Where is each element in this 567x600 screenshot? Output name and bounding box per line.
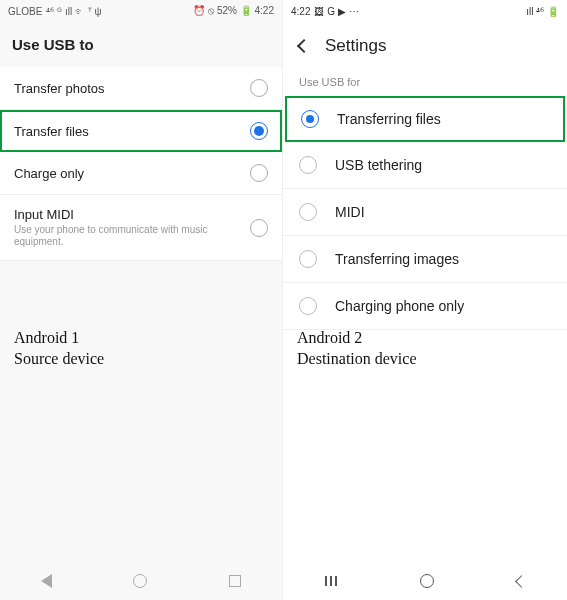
caption-line2: Destination device — [297, 349, 417, 370]
radio-icon-selected — [301, 110, 319, 128]
nav-back-icon[interactable] — [515, 575, 528, 588]
back-icon[interactable] — [297, 39, 311, 53]
sub-header: Use USB for — [283, 70, 567, 96]
radio-icon — [299, 297, 317, 315]
status-right-icons: ıll ⁴⁶ 🔋 — [526, 6, 559, 17]
usb-options-list: Transfer photos Transfer files Charge on… — [0, 67, 282, 261]
status-right-icons: ⏰ ⦸ 52% 🔋 4:22 — [193, 5, 274, 17]
radio-icon — [250, 79, 268, 97]
radio-icon — [299, 156, 317, 174]
radio-icon — [250, 164, 268, 182]
nav-home-icon[interactable] — [420, 574, 434, 588]
option-midi[interactable]: MIDI — [283, 189, 567, 236]
status-left-icons: 🖼 G ▶ ⋯ — [314, 6, 358, 17]
option-label: MIDI — [335, 204, 365, 220]
option-sublabel: Use your phone to communicate with music… — [14, 224, 250, 248]
caption-right: Android 2 Destination device — [297, 328, 417, 370]
option-transferring-images[interactable]: Transferring images — [283, 236, 567, 283]
option-transfer-files[interactable]: Transfer files — [0, 110, 282, 152]
option-transferring-files[interactable]: Transferring files — [285, 96, 565, 142]
option-label: Input MIDI — [14, 207, 250, 222]
nav-recent-icon[interactable] — [229, 575, 241, 587]
phone-left: GLOBE ⁴⁶ ᴳ ıll ᯤ ᵀ ψ ⏰ ⦸ 52% 🔋 4:22 Use … — [0, 0, 283, 600]
carrier-text: GLOBE — [8, 6, 42, 17]
radio-icon — [250, 219, 268, 237]
option-transfer-photos[interactable]: Transfer photos — [0, 67, 282, 110]
caption-left: Android 1 Source device — [14, 328, 104, 370]
option-label: Transfer files — [14, 124, 89, 139]
nav-home-icon[interactable] — [133, 574, 147, 588]
status-bar-right: 4:22 🖼 G ▶ ⋯ ıll ⁴⁶ 🔋 — [283, 0, 567, 22]
option-label: Transfer photos — [14, 81, 105, 96]
settings-header: Settings — [283, 22, 567, 70]
status-time: 4:22 — [291, 6, 310, 17]
option-label: USB tethering — [335, 157, 422, 173]
caption-line1: Android 1 — [14, 328, 104, 349]
option-charge-only[interactable]: Charge only — [0, 152, 282, 195]
radio-icon — [299, 203, 317, 221]
option-input-midi[interactable]: Input MIDI Use your phone to communicate… — [0, 195, 282, 261]
page-title: Use USB to — [0, 22, 282, 67]
caption-line1: Android 2 — [297, 328, 417, 349]
caption-line2: Source device — [14, 349, 104, 370]
option-label: Charging phone only — [335, 298, 464, 314]
nav-bar-left — [0, 566, 282, 596]
option-charging-only[interactable]: Charging phone only — [283, 283, 567, 330]
nav-back-icon[interactable] — [41, 574, 52, 588]
radio-icon — [299, 250, 317, 268]
phone-right: 4:22 🖼 G ▶ ⋯ ıll ⁴⁶ 🔋 Settings Use USB f… — [283, 0, 567, 600]
option-label: Transferring images — [335, 251, 459, 267]
status-bar-left: GLOBE ⁴⁶ ᴳ ıll ᯤ ᵀ ψ ⏰ ⦸ 52% 🔋 4:22 — [0, 0, 282, 22]
header-title: Settings — [325, 36, 386, 56]
option-label: Transferring files — [337, 111, 441, 127]
option-label: Charge only — [14, 166, 84, 181]
signal-icons: ⁴⁶ ᴳ ıll ᯤ ᵀ ψ — [46, 6, 101, 17]
nav-recent-icon[interactable] — [325, 576, 337, 586]
radio-icon-selected — [250, 122, 268, 140]
option-usb-tethering[interactable]: USB tethering — [283, 142, 567, 189]
usb-options-list: Transferring files USB tethering MIDI Tr… — [283, 96, 567, 330]
nav-bar-right — [283, 566, 567, 596]
